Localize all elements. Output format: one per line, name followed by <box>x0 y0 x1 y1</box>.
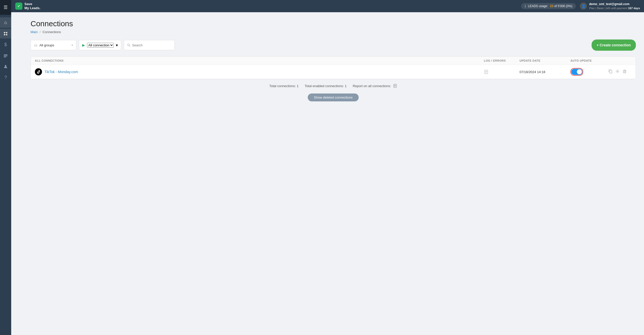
info-icon: ℹ <box>525 4 526 8</box>
sidebar-item-profile[interactable] <box>0 62 11 71</box>
folder-icon: 🗂 <box>34 43 37 47</box>
sidebar-item-tools[interactable] <box>0 51 11 61</box>
svg-line-13 <box>129 46 130 47</box>
svg-point-11 <box>5 65 6 66</box>
summary-row: Total connections: 1 Total enabled conne… <box>31 79 636 90</box>
leads-usage: ℹ LEADS usage: 23 of 5'000 (0%) <box>521 3 576 9</box>
breadcrumb-main[interactable]: Main <box>31 30 38 34</box>
show-deleted-wrap: Show deleted connections <box>31 93 636 101</box>
svg-rect-10 <box>4 57 6 58</box>
connection-filter-dropdown[interactable]: ▶ All connection ▾ <box>79 40 121 50</box>
col-auto-update: AUTO UPDATE <box>570 59 606 62</box>
sidebar-item-connections[interactable] <box>0 29 11 38</box>
create-connection-button[interactable]: + Create connection <box>592 39 636 51</box>
avatar: 👤 <box>580 3 587 10</box>
connection-label[interactable]: TikTok - Monday.com <box>45 70 78 74</box>
topbar: ✓ Save My Leads. ℹ LEADS usage: 23 of 5'… <box>11 0 644 12</box>
groups-select[interactable]: All groups <box>39 43 69 47</box>
toolbar: 🗂 All groups ▾ ▶ All connection ▾ + Crea… <box>31 39 636 51</box>
connection-filter-select[interactable]: All connection <box>87 43 114 48</box>
chevron-down-icon-2: ▾ <box>116 43 118 48</box>
topbar-right: ℹ LEADS usage: 23 of 5'000 (0%) 👤 demo_s… <box>521 2 640 10</box>
log-errors-cell[interactable] <box>484 70 520 74</box>
user-details: demo_sml_test@gmail.com Plan | Basic | l… <box>589 2 640 10</box>
col-update-date: UPDATE DATE <box>520 59 570 62</box>
groups-dropdown[interactable]: 🗂 All groups ▾ <box>31 40 76 50</box>
svg-rect-8 <box>4 55 7 55</box>
table-row: TikTok - Monday.com 07/18/2024 14:18 <box>31 65 636 79</box>
col-actions <box>606 59 632 62</box>
update-date-cell: 07/18/2024 14:18 <box>520 70 570 74</box>
brand-text: Save My Leads. <box>24 2 40 10</box>
col-log-errors: LOG / ERRORS <box>484 59 520 62</box>
auto-update-toggle[interactable] <box>571 69 582 75</box>
sidebar-item-help[interactable]: ? <box>0 72 11 83</box>
brand: ✓ Save My Leads. <box>15 2 40 10</box>
tiktok-icon <box>35 68 42 75</box>
connections-table: ALL CONNECTIONS LOG / ERRORS UPDATE DATE… <box>31 56 636 79</box>
col-all-connections: ALL CONNECTIONS <box>35 59 484 62</box>
svg-rect-20 <box>624 70 626 73</box>
search-input[interactable] <box>132 43 168 47</box>
settings-icon[interactable] <box>615 69 620 75</box>
svg-point-12 <box>128 44 130 46</box>
sidebar-top: ☰ <box>0 0 11 15</box>
breadcrumb: Main / Connections <box>31 30 636 34</box>
auto-update-cell <box>570 68 606 76</box>
user-email: demo_sml_test@gmail.com <box>589 2 640 6</box>
show-deleted-button[interactable]: Show deleted connections <box>308 93 359 101</box>
search-icon <box>127 43 131 47</box>
leads-usage-label: LEADS usage: <box>528 4 548 8</box>
leads-current: 23 of 5'000 (0%) <box>550 4 572 8</box>
sidebar-item-billing[interactable]: $ <box>0 39 11 50</box>
delete-icon[interactable] <box>622 69 627 75</box>
svg-rect-18 <box>610 71 612 73</box>
sidebar-item-home[interactable]: ⌂ <box>0 17 11 28</box>
sidebar-icons: ⌂ $ ? <box>0 15 11 83</box>
menu-icon[interactable]: ☰ <box>2 3 10 12</box>
svg-rect-9 <box>4 56 7 56</box>
search-wrap <box>124 40 175 50</box>
svg-point-19 <box>617 71 618 72</box>
chevron-down-icon: ▾ <box>72 44 73 47</box>
play-icon: ▶ <box>82 43 85 47</box>
user-plan: Plan | Basic | left until payment 167 da… <box>589 6 640 10</box>
total-enabled-connections: Total enabled connections: 1 <box>305 84 347 88</box>
copy-icon[interactable] <box>608 69 613 75</box>
table-header: ALL CONNECTIONS LOG / ERRORS UPDATE DATE… <box>31 57 636 65</box>
user-info: 👤 demo_sml_test@gmail.com Plan | Basic |… <box>580 2 640 10</box>
log-icon <box>484 70 488 74</box>
report-icon[interactable] <box>393 84 397 88</box>
connection-name[interactable]: TikTok - Monday.com <box>35 68 484 75</box>
sidebar: ☰ ⌂ $ ? <box>0 0 11 335</box>
total-connections: Total connections: 1 <box>269 84 299 88</box>
action-icons <box>608 69 632 75</box>
main-content: Connections Main / Connections 🗂 All gro… <box>22 12 644 335</box>
report-label: Report on all connections: <box>353 84 397 88</box>
breadcrumb-current: Connections <box>43 30 61 34</box>
brand-logo: ✓ <box>15 3 22 10</box>
page-title: Connections <box>31 19 636 28</box>
toggle-wrapper <box>570 68 583 76</box>
